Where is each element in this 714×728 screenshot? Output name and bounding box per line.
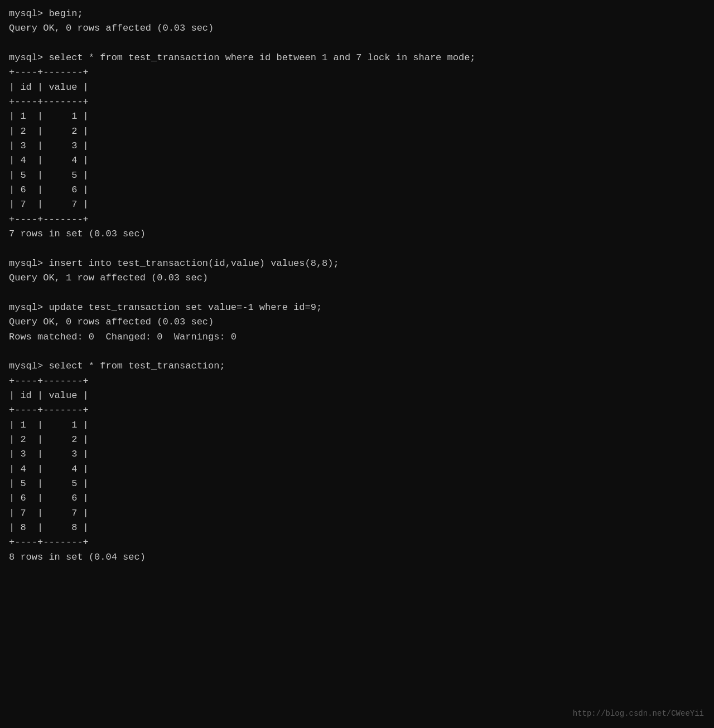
terminal-lines: mysql> begin; Query OK, 0 rows affected … (9, 7, 705, 565)
watermark: http://blog.csdn.net/CWeeYii (573, 708, 704, 720)
terminal-output: mysql> begin; Query OK, 0 rows affected … (9, 7, 705, 565)
